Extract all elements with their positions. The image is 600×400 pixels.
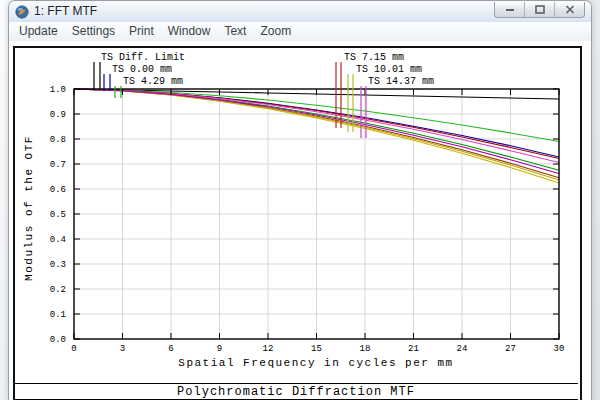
fft-mtf-window: 1: FFT MTF Update Settings Print Windo (8, 0, 592, 400)
x-axis-title: Spatial Frequency in cycles per mm (178, 357, 453, 369)
y-tick-labels: 0.00.10.20.30.40.50.60.70.80.91.0 (50, 85, 66, 345)
minimize-icon (505, 5, 515, 14)
x-tick-label: 15 (311, 344, 322, 354)
y-tick-label: 0.3 (50, 260, 66, 270)
maximize-icon (535, 5, 545, 14)
y-tick-label: 0.1 (50, 310, 66, 320)
y-tick-label: 0.0 (50, 335, 66, 345)
x-tick-labels: 036912151821242730 (71, 344, 564, 354)
y-tick-label: 0.5 (50, 210, 66, 220)
mtf-chart-frame: 036912151821242730 0.00.10.20.30.40.50.6… (13, 46, 582, 400)
menu-window[interactable]: Window (161, 22, 218, 41)
y-tick-label: 0.4 (50, 235, 66, 245)
close-icon (565, 5, 575, 14)
legend-label-14-37-mm: TS 14.37 mm (368, 76, 434, 87)
window-controls (494, 2, 585, 18)
menu-print[interactable]: Print (122, 22, 161, 41)
x-tick-label: 30 (554, 344, 565, 354)
grid-lines (74, 89, 559, 339)
title-bar[interactable]: 1: FFT MTF (9, 1, 591, 23)
menu-text[interactable]: Text (217, 22, 253, 41)
y-tick-label: 1.0 (50, 85, 66, 95)
footer-title: Polychromatic Diffraction MTF (177, 385, 415, 399)
mtf-chart[interactable]: 036912151821242730 0.00.10.20.30.40.50.6… (15, 48, 578, 400)
menu-update[interactable]: Update (12, 22, 65, 41)
menu-zoom[interactable]: Zoom (253, 22, 298, 41)
x-tick-label: 24 (457, 344, 468, 354)
window-title: 1: FFT MTF (34, 1, 97, 22)
y-tick-label: 0.9 (50, 110, 66, 120)
y-tick-label: 0.6 (50, 185, 66, 195)
legend-label-0-00-mm: TS 0.00 mm (112, 64, 172, 75)
legend-label-7-15-mm: TS 7.15 mm (344, 52, 404, 63)
y-tick-label: 0.2 (50, 285, 66, 295)
window-content: 036912151821242730 0.00.10.20.30.40.50.6… (9, 41, 591, 400)
legend-label-10-01-mm: TS 10.01 mm (356, 64, 422, 75)
x-tick-label: 21 (408, 344, 419, 354)
x-tick-label: 9 (217, 344, 222, 354)
maximize-button[interactable] (524, 2, 554, 17)
menu-bar: Update Settings Print Window Text Zoom (9, 22, 591, 42)
x-tick-label: 27 (505, 344, 516, 354)
menu-settings[interactable]: Settings (65, 22, 122, 41)
app-icon (15, 5, 29, 19)
y-axis-title: Modulus of the OTF (23, 135, 35, 281)
x-tick-label: 18 (360, 344, 371, 354)
legend-label-diff-limit: TS Diff. Limit (101, 52, 185, 63)
close-button[interactable] (554, 2, 584, 17)
minimize-button[interactable] (495, 2, 524, 17)
legend-label-4-29-mm: TS 4.29 mm (123, 76, 183, 87)
y-tick-label: 0.8 (50, 135, 66, 145)
x-tick-label: 3 (120, 344, 125, 354)
x-tick-label: 12 (263, 344, 274, 354)
y-tick-label: 0.7 (50, 160, 66, 170)
x-tick-label: 0 (71, 344, 76, 354)
x-tick-label: 6 (168, 344, 173, 354)
